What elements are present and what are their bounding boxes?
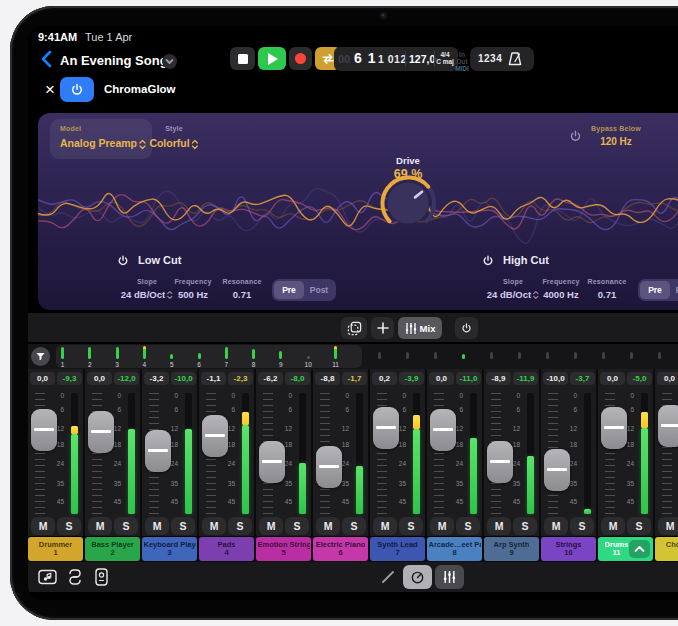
volume-fader[interactable] [316, 446, 342, 488]
low-cut-frequency[interactable]: Frequency 500 Hz [174, 278, 211, 300]
stop-button[interactable] [230, 47, 255, 70]
close-plugin-icon[interactable]: × [40, 79, 60, 101]
high-cut-power-icon[interactable] [481, 254, 495, 268]
low-cut-power-icon[interactable] [116, 254, 130, 268]
solo-button[interactable]: S [570, 517, 594, 535]
media-browser-button[interactable] [36, 566, 58, 588]
mute-button[interactable]: M [430, 517, 454, 535]
solo-button[interactable]: S [285, 517, 309, 535]
plugin-power-button[interactable] [60, 77, 94, 102]
volume-fader[interactable] [259, 441, 285, 483]
mute-button[interactable]: M [601, 517, 625, 535]
record-button[interactable] [289, 47, 312, 70]
solo-button[interactable]: S [57, 517, 81, 535]
track-name-cell[interactable]: Drummer1 [28, 537, 83, 561]
volume-fader[interactable] [88, 411, 114, 453]
volume-fader[interactable] [145, 430, 171, 472]
low-cut-post-button[interactable]: Post [304, 281, 334, 299]
metronome-icon[interactable] [506, 51, 524, 67]
high-cut-pre-button[interactable]: Pre [640, 281, 670, 299]
volume-fader[interactable] [601, 407, 627, 449]
volume-fader[interactable] [202, 415, 228, 457]
solo-button[interactable]: S [627, 517, 651, 535]
peak-readout: -8,0 [285, 372, 310, 385]
volume-fader[interactable] [373, 407, 399, 449]
mute-button[interactable]: M [145, 517, 169, 535]
track-name-cell[interactable]: Synth Lead7 [370, 537, 425, 561]
solo-button[interactable]: S [342, 517, 366, 535]
bypass-power-icon[interactable] [568, 129, 583, 144]
track-name-cell[interactable]: Chorus V12 [655, 537, 678, 561]
scale-tick-label: 0 [221, 392, 235, 399]
low-cut-slope[interactable]: Slope 24 dB/Oct [121, 278, 173, 300]
song-title-chevron-icon[interactable] [162, 54, 177, 69]
controls-view-button[interactable] [403, 565, 432, 589]
mute-button[interactable]: M [658, 517, 678, 535]
mute-button[interactable]: M [202, 517, 226, 535]
loop-browser-button[interactable] [64, 566, 86, 588]
low-cut-resonance[interactable]: Resonance 0.71 [222, 278, 261, 300]
solo-button[interactable]: S [171, 517, 195, 535]
volume-fader[interactable] [487, 441, 513, 483]
high-cut-post-button[interactable]: Post [670, 281, 678, 299]
solo-button[interactable]: S [228, 517, 252, 535]
volume-fader[interactable] [544, 449, 570, 491]
model-value: Analog Preamp [60, 137, 137, 149]
volume-fader[interactable] [430, 409, 456, 451]
track-name-cell[interactable]: Electric Piano6 [313, 537, 368, 561]
mixer-view-button[interactable] [435, 565, 464, 589]
model-selector[interactable]: Model Analog Preamp [50, 119, 152, 159]
mute-button[interactable]: M [316, 517, 340, 535]
lcd-position-minor: 1 012 [378, 53, 407, 65]
volume-fader[interactable] [658, 405, 678, 447]
track-name-cell[interactable]: Arcade…eet Pad8 [427, 537, 482, 561]
track-name-cell[interactable]: Arp Synth9 [484, 537, 539, 561]
lcd-display[interactable]: 00 6 1 1 012 127,0 4/4 C maj In Out MIDI [334, 47, 458, 71]
bridge-channel-number: 4 [143, 361, 147, 368]
song-title[interactable]: An Evening Song [60, 53, 168, 68]
solo-button[interactable]: S [456, 517, 480, 535]
mixer-power-button[interactable] [455, 317, 478, 339]
scale-tick-label: 24 [392, 460, 406, 467]
count-in-button[interactable]: 1234 [478, 53, 502, 64]
low-cut-pre-button[interactable]: Pre [274, 281, 304, 299]
bypass-below-field[interactable]: Bypass Below 120 Hz [591, 125, 641, 147]
edit-pencil-button[interactable] [377, 566, 399, 588]
model-label: Model [60, 125, 81, 132]
filter-channels-button[interactable] [31, 347, 50, 366]
mute-button[interactable]: M [31, 517, 55, 535]
solo-button[interactable]: S [114, 517, 138, 535]
high-cut-frequency[interactable]: Frequency 4000 Hz [542, 278, 579, 300]
bridge-visible-range[interactable] [56, 345, 362, 368]
track-name-cell[interactable]: Strings10 [541, 537, 596, 561]
volume-fader[interactable] [31, 409, 57, 451]
copy-settings-button[interactable] [341, 317, 367, 339]
solo-button[interactable]: S [399, 517, 423, 535]
high-cut-resonance[interactable]: Resonance 0.71 [587, 278, 626, 300]
mute-button[interactable]: M [373, 517, 397, 535]
solo-button[interactable]: S [513, 517, 537, 535]
mute-button[interactable]: M [544, 517, 568, 535]
collapse-stack-button[interactable] [629, 540, 650, 558]
mix-button[interactable]: Mix [398, 317, 442, 339]
bridge-channel-number: 7 [224, 361, 228, 368]
plus-icon [377, 322, 389, 334]
style-selector[interactable]: Style Colorful [149, 125, 198, 150]
drive-knob[interactable] [376, 171, 440, 235]
mute-button[interactable]: M [88, 517, 112, 535]
mute-button[interactable]: M [259, 517, 283, 535]
high-cut-slope[interactable]: Slope 24 dB/Oct [487, 278, 539, 300]
mute-button[interactable]: M [487, 517, 511, 535]
track-name-cell[interactable]: Bass Player2 [85, 537, 140, 561]
track-name-cell[interactable]: Pads4 [199, 537, 254, 561]
track-name-cell[interactable]: Keyboard Player3 [142, 537, 197, 561]
back-chevron-icon[interactable] [40, 50, 52, 68]
track-name-cell[interactable]: Emotion Strings5 [256, 537, 311, 561]
add-channel-button[interactable] [371, 317, 394, 339]
bridge-meter-offscreen [658, 352, 661, 359]
scale-tick-label: 24 [221, 460, 235, 467]
play-button[interactable] [258, 47, 286, 70]
volume-readout: -1,1 [201, 372, 226, 385]
track-name-cell[interactable]: Drums11 [598, 537, 653, 561]
plugin-tile-button[interactable] [90, 566, 112, 588]
